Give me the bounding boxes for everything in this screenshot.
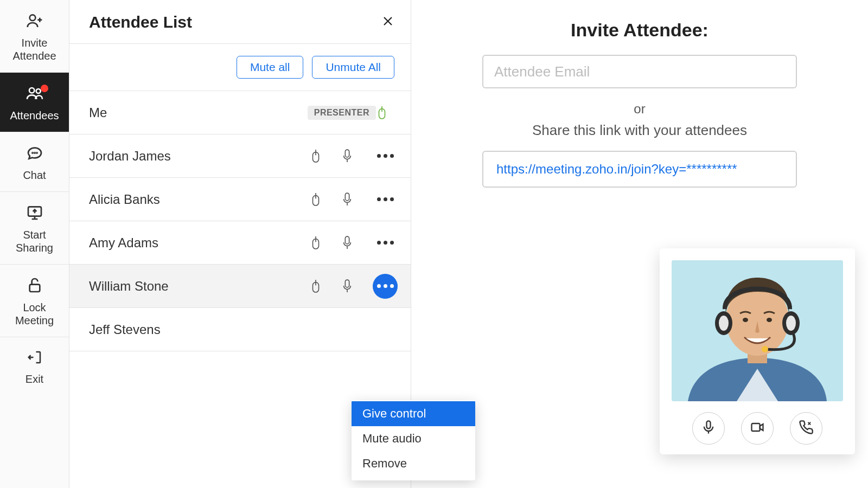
svg-rect-7: [29, 285, 40, 292]
mute-all-button[interactable]: Mute all: [237, 56, 304, 79]
sidebar-item-invite[interactable]: Invite Attendee: [0, 0, 69, 73]
ellipsis-icon: [377, 197, 394, 201]
attendee-row: Jeff Stevens: [69, 308, 411, 351]
svg-point-21: [767, 318, 772, 322]
sidebar-item-exit[interactable]: Exit: [0, 337, 69, 395]
attendee-row: Alicia Banks: [69, 178, 411, 221]
svg-point-23: [719, 316, 729, 331]
or-text: or: [634, 101, 645, 117]
chat-icon: [26, 144, 43, 164]
sidebar-item-lock-meeting[interactable]: Lock Meeting: [0, 265, 69, 337]
svg-point-3: [32, 152, 33, 153]
toggle-video-button[interactable]: [741, 412, 774, 445]
sidebar-item-start-sharing[interactable]: Start Sharing: [0, 192, 69, 265]
presenter-badge: PRESENTER: [308, 106, 376, 120]
close-panel-button[interactable]: [381, 15, 394, 30]
svg-rect-12: [345, 193, 349, 201]
more-options-button[interactable]: [373, 144, 398, 169]
svg-rect-14: [345, 236, 349, 244]
attendee-name: Amy Adams: [89, 235, 310, 251]
video-controls: [692, 412, 822, 445]
notification-dot: [41, 85, 48, 92]
attendee-name: Me: [89, 105, 299, 120]
mouse-control-icon[interactable]: [310, 235, 322, 251]
mouse-control-icon[interactable]: [310, 191, 322, 208]
attendee-row-me: Me PRESENTER: [69, 91, 411, 134]
svg-point-25: [786, 316, 796, 331]
more-options-button[interactable]: [373, 230, 398, 255]
attendee-email-input[interactable]: [482, 55, 797, 88]
leave-call-button[interactable]: [790, 412, 822, 445]
sidebar-item-label: Exit: [25, 373, 43, 386]
menu-give-control[interactable]: Give control: [352, 401, 475, 426]
microphone-icon[interactable]: [341, 278, 353, 294]
ellipsis-icon: [377, 241, 394, 245]
mouse-control-icon[interactable]: [310, 278, 322, 294]
mouse-control-icon[interactable]: [310, 148, 322, 164]
close-icon: [381, 20, 394, 29]
meeting-link-box[interactable]: https://meeting.zoho.in/join?key=*******…: [482, 151, 797, 188]
svg-rect-27: [707, 421, 711, 428]
attendee-row: Amy Adams: [69, 221, 411, 265]
menu-mute-audio[interactable]: Mute audio: [352, 426, 475, 451]
mouse-control-icon: [376, 105, 388, 121]
microphone-icon[interactable]: [341, 148, 353, 164]
attendee-name: Alicia Banks: [89, 192, 310, 207]
attendee-row: Jordan James: [69, 134, 411, 178]
svg-point-4: [34, 152, 35, 153]
share-link-text: Share this link with your attendees: [532, 122, 747, 139]
share-screen-icon: [26, 204, 43, 224]
microphone-icon[interactable]: [341, 235, 353, 251]
bulk-actions: Mute all Unmute All: [69, 44, 411, 91]
svg-point-5: [36, 152, 37, 153]
svg-point-1: [29, 88, 34, 93]
svg-point-0: [29, 15, 35, 21]
video-thumbnail-card: [660, 248, 855, 454]
svg-rect-16: [345, 280, 349, 287]
svg-rect-28: [752, 423, 760, 431]
invite-title: Invite Attendee:: [571, 20, 709, 41]
sidebar-item-attendees[interactable]: Attendees: [0, 73, 69, 132]
svg-point-26: [762, 346, 768, 352]
attendee-row: William Stone: [69, 265, 411, 308]
attendee-list: Me PRESENTER Jordan James Alicia Banks: [69, 91, 411, 488]
microphone-icon[interactable]: [341, 191, 353, 208]
svg-rect-10: [345, 150, 349, 157]
sidebar-item-label: Invite Attendee: [12, 36, 56, 62]
video-thumbnail: [672, 260, 843, 401]
attendee-name: William Stone: [89, 279, 310, 294]
sidebar-item-label: Attendees: [10, 109, 59, 122]
sidebar-item-label: Start Sharing: [16, 228, 53, 254]
attendee-name: Jeff Stevens: [89, 322, 398, 337]
svg-point-20: [743, 318, 748, 322]
svg-point-2: [36, 89, 40, 93]
microphone-icon: [701, 420, 716, 437]
panel-header: Attendee List: [69, 0, 411, 44]
video-camera-icon: [750, 420, 765, 437]
invite-attendee-icon: [26, 12, 43, 32]
ellipsis-icon: [377, 284, 394, 288]
sidebar-item-label: Chat: [23, 169, 46, 182]
phone-hangup-icon: [799, 420, 814, 437]
attendee-panel: Attendee List Mute all Unmute All Me PRE…: [69, 0, 411, 488]
more-options-button[interactable]: [373, 274, 398, 299]
attendee-name: Jordan James: [89, 149, 310, 164]
toggle-mic-button[interactable]: [692, 412, 725, 445]
panel-title: Attendee List: [89, 13, 192, 31]
attendee-actions-menu: Give control Mute audio Remove: [352, 400, 475, 480]
sidebar-item-chat[interactable]: Chat: [0, 132, 69, 192]
more-options-button[interactable]: [373, 187, 398, 212]
sidebar: Invite Attendee Attendees Chat Start Sha…: [0, 0, 69, 488]
ellipsis-icon: [377, 154, 394, 158]
exit-icon: [27, 349, 43, 368]
unmute-all-button[interactable]: Unmute All: [312, 56, 394, 79]
sidebar-item-label: Lock Meeting: [15, 301, 54, 327]
lock-icon: [26, 277, 43, 297]
invite-pane: Invite Attendee: or Share this link with…: [411, 0, 868, 488]
menu-remove[interactable]: Remove: [352, 451, 475, 476]
